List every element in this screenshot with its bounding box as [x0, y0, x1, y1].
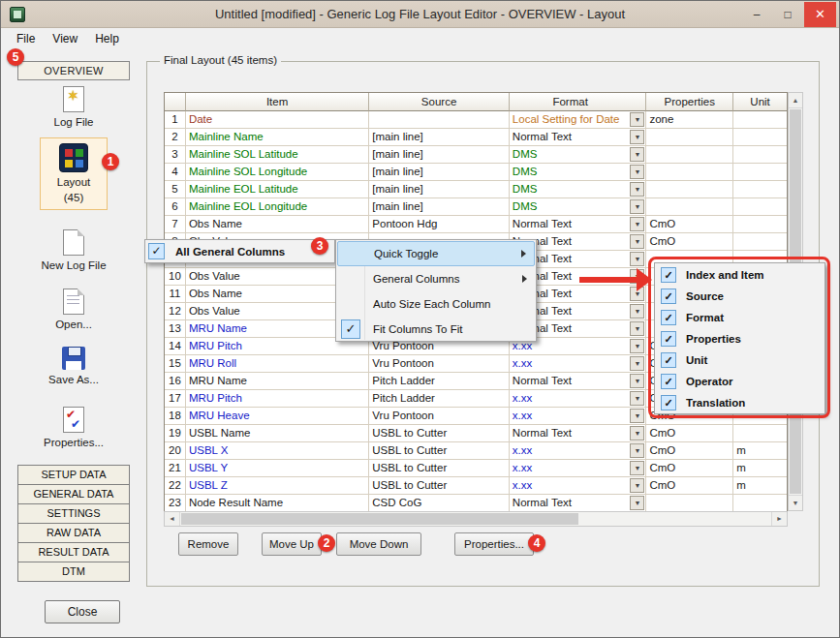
sidebar-button-settings[interactable]: SETTINGS — [17, 503, 130, 524]
format-dropdown-button[interactable]: ▼ — [630, 443, 644, 458]
close-button[interactable]: Close — [45, 600, 120, 623]
format-dropdown-button[interactable]: ▼ — [630, 112, 644, 127]
table-row[interactable]: 7Obs NamePontoon HdgNormal Text▼CmO — [165, 216, 787, 233]
annotation-badge-2: 2 — [318, 534, 335, 552]
move-down-button[interactable]: Move Down — [336, 532, 421, 556]
format-dropdown-button[interactable]: ▼ — [630, 391, 644, 406]
format-dropdown-button[interactable]: ▼ — [630, 234, 644, 249]
menu-checkbox-icon[interactable]: ✓ — [341, 319, 360, 339]
column-header-properties[interactable]: Properties — [646, 93, 733, 111]
format-dropdown-button[interactable]: ▼ — [630, 217, 644, 231]
properties-cell — [646, 198, 733, 216]
item-cell: Mainline SOL Longitude — [186, 164, 369, 181]
source-cell: [main line] — [369, 164, 510, 181]
format-dropdown-button[interactable]: ▼ — [630, 374, 644, 388]
table-row[interactable]: 6Mainline EOL Longitude[main line]DMS▼ — [165, 198, 787, 216]
table-header-row: ItemSourceFormatPropertiesUnit — [165, 93, 787, 111]
column-header-source[interactable]: Source — [369, 93, 510, 111]
format-dropdown-button[interactable]: ▼ — [630, 130, 644, 144]
column-header-item[interactable]: Item — [186, 93, 369, 111]
sidebar-button-raw-data[interactable]: RAW DATA — [17, 523, 130, 543]
menu-item-fit-columns-to-fit[interactable]: Fit Columns To Fit✓ — [337, 317, 535, 342]
menu-item-general-columns[interactable]: General Columns — [337, 266, 535, 291]
sidebar-button-result-data[interactable]: RESULT DATA — [17, 542, 130, 562]
menu-view[interactable]: View — [44, 28, 86, 49]
properties-cell: CmO — [646, 442, 733, 460]
properties-button[interactable]: Properties... — [454, 532, 534, 556]
source-cell: [main line] — [369, 129, 510, 146]
sidebar-button-dtm[interactable]: DTM — [17, 562, 130, 582]
unit-cell — [733, 425, 787, 442]
format-dropdown-button[interactable]: ▼ — [630, 478, 644, 493]
properties-cell — [646, 181, 733, 198]
overview-button[interactable]: OVERVIEW — [17, 61, 130, 80]
table-row[interactable]: 21USBL YUSBL to Cutterx.xx▼CmOm — [165, 460, 787, 477]
source-cell: CSD CoG — [369, 495, 510, 512]
format-dropdown-button[interactable]: ▼ — [630, 461, 644, 475]
sidebar-item-open[interactable]: Open... — [25, 289, 122, 330]
format-dropdown-button[interactable]: ▼ — [630, 496, 644, 510]
source-cell — [369, 111, 510, 129]
properties-cell: CmO — [646, 233, 733, 251]
format-value: DMS — [513, 148, 538, 160]
horizontal-scrollbar[interactable]: ◄ ► — [164, 511, 788, 527]
column-header-index[interactable] — [165, 93, 186, 111]
unit-cell: m — [733, 460, 787, 477]
item-cell: USBL Z — [186, 477, 369, 495]
table-row[interactable]: 20USBL XUSBL to Cutterx.xx▼CmOm — [165, 442, 787, 460]
menu-checkbox-icon[interactable]: ✓ — [148, 243, 165, 259]
remove-button[interactable]: Remove — [178, 532, 238, 556]
sidebar-item-log-file[interactable]: Log File — [25, 86, 122, 128]
column-header-unit[interactable]: Unit — [733, 93, 787, 111]
table-row[interactable]: 23Node Result NameCSD CoGNormal Text▼ — [165, 495, 787, 512]
scroll-down-icon[interactable]: ▼ — [789, 495, 802, 510]
table-row[interactable]: 4Mainline SOL Longitude[main line]DMS▼ — [165, 164, 787, 181]
menu-help[interactable]: Help — [86, 28, 128, 49]
table-row[interactable]: 19USBL NameUSBL to CutterNormal Text▼CmO — [165, 425, 787, 442]
sidebar-item-label: Properties... — [25, 437, 122, 448]
format-dropdown-button[interactable]: ▼ — [630, 147, 644, 162]
sidebar-item-properties[interactable]: Properties... — [25, 407, 122, 448]
menu-item-quick-toggle[interactable]: Quick Toggle — [337, 241, 535, 266]
source-cell: Vru Pontoon — [369, 408, 510, 425]
format-dropdown-button[interactable]: ▼ — [630, 339, 644, 353]
format-dropdown-button[interactable]: ▼ — [630, 182, 644, 197]
source-cell: [main line] — [369, 181, 510, 198]
format-dropdown-button[interactable]: ▼ — [630, 356, 644, 371]
scroll-up-icon[interactable]: ▲ — [789, 93, 802, 108]
format-dropdown-button[interactable]: ▼ — [630, 426, 644, 441]
menu-file[interactable]: File — [8, 28, 44, 49]
format-dropdown-button[interactable]: ▼ — [630, 304, 644, 319]
scroll-right-icon[interactable]: ► — [771, 512, 787, 526]
format-dropdown-button[interactable]: ▼ — [630, 409, 644, 423]
menu-item-all-general-columns[interactable]: ✓All General Columns — [145, 240, 334, 262]
horizontal-scroll-thumb[interactable] — [181, 513, 578, 525]
sidebar-item-new-log-file[interactable]: New Log File — [25, 229, 122, 271]
column-header-format[interactable]: Format — [510, 93, 647, 111]
properties-cell: CmO — [646, 425, 733, 442]
table-row[interactable]: 3Mainline SOL Latitude[main line]DMS▼ — [165, 146, 787, 164]
maximize-button[interactable]: □ — [773, 2, 802, 27]
format-dropdown-button[interactable]: ▼ — [630, 165, 644, 179]
sidebar-item-layout[interactable]: Layout(45) — [40, 137, 108, 210]
format-dropdown-button[interactable]: ▼ — [630, 199, 644, 214]
format-value: x.xx — [513, 357, 532, 369]
table-row[interactable]: 5Mainline EOL Latitude[main line]DMS▼ — [165, 181, 787, 198]
format-cell: Normal Text▼ — [510, 495, 647, 512]
table-row[interactable]: 2Mainline Name[main line]Normal Text▼ — [165, 129, 787, 146]
table-row[interactable]: 1DateLocal Setting for Date▼zone — [165, 111, 787, 129]
item-cell: Date — [186, 111, 369, 129]
sidebar-button-setup-data[interactable]: SETUP DATA — [17, 465, 130, 485]
format-dropdown-button[interactable]: ▼ — [630, 321, 644, 336]
scroll-left-icon[interactable]: ◄ — [165, 512, 180, 526]
format-value: Normal Text — [513, 131, 572, 142]
sidebar-item-save-as[interactable]: Save As... — [25, 347, 122, 385]
menu-item-auto-size-each-column[interactable]: Auto Size Each Column — [337, 291, 535, 317]
minimize-button[interactable]: – — [742, 2, 771, 27]
move-up-button[interactable]: Move Up — [262, 532, 322, 556]
sidebar-button-general-data[interactable]: GENERAL DATA — [17, 484, 130, 504]
format-value: DMS — [513, 200, 538, 212]
format-dropdown-button[interactable]: ▼ — [630, 252, 644, 266]
close-window-button[interactable]: ✕ — [804, 2, 836, 27]
table-row[interactable]: 22USBL ZUSBL to Cutterx.xx▼CmOm — [165, 477, 787, 495]
